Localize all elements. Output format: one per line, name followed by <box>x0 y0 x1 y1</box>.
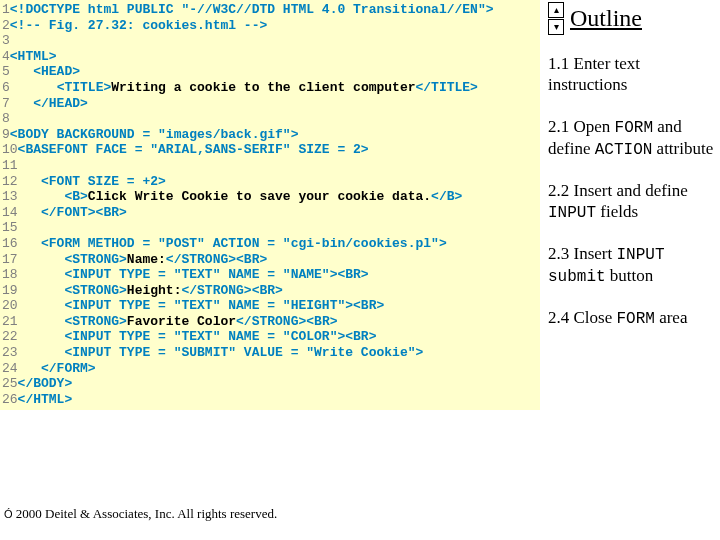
line-number: 16 <box>2 236 18 252</box>
code-token: </TITLE> <box>415 80 477 95</box>
copyright-symbol: Ó <box>4 508 13 520</box>
code-token: </HTML> <box>18 392 73 407</box>
line-number: 14 <box>2 205 18 221</box>
code-line: 16 <FORM METHOD = "POST" ACTION = "cgi-b… <box>2 236 540 252</box>
line-number: 12 <box>2 174 18 190</box>
outline-header: ▴ ▾ Outline <box>548 0 718 35</box>
outline-text: 2.1 Open <box>548 117 615 136</box>
outline-text: 1.1 Enter text instructions <box>548 54 640 94</box>
code-token: <!-- Fig. 27.32: cookies.html --> <box>10 18 267 33</box>
code-token: <INPUT TYPE = "TEXT" NAME = "NAME"><BR> <box>64 267 368 282</box>
code-line: 1<!DOCTYPE html PUBLIC "-//W3C//DTD HTML… <box>2 2 540 18</box>
code-token: <INPUT TYPE = "TEXT" NAME = "HEIGHT"><BR… <box>64 298 384 313</box>
outline-item: 1.1 Enter text instructions <box>548 53 718 96</box>
nav-down-icon[interactable]: ▾ <box>548 19 564 35</box>
code-token: </BODY> <box>18 376 73 391</box>
outline-keyword: INPUT <box>548 204 596 222</box>
line-number: 6 <box>2 80 10 96</box>
code-line: 2<!-- Fig. 27.32: cookies.html --> <box>2 18 540 34</box>
code-token: </STRONG><BR> <box>166 252 267 267</box>
line-number: 24 <box>2 361 18 377</box>
outline-item: 2.4 Close FORM area <box>548 307 718 329</box>
line-number: 1 <box>2 2 10 18</box>
code-token: <TITLE> <box>57 80 112 95</box>
code-token: <HEAD> <box>33 64 80 79</box>
code-line: 18 <INPUT TYPE = "TEXT" NAME = "NAME"><B… <box>2 267 540 283</box>
code-line: 25</BODY> <box>2 376 540 392</box>
outline-item: 2.1 Open FORM and define ACTION attribut… <box>548 116 718 160</box>
outline-title: Outline <box>570 5 642 32</box>
code-token: <STRONG> <box>64 314 126 329</box>
code-line: 3 <box>2 33 540 49</box>
code-token: <BODY BACKGROUND = "images/back.gif"> <box>10 127 299 142</box>
line-number: 22 <box>2 329 18 345</box>
outline-text: fields <box>596 202 638 221</box>
code-line: 24 </FORM> <box>2 361 540 377</box>
line-number: 17 <box>2 252 18 268</box>
outline-text: 2.3 Insert <box>548 244 616 263</box>
outline-text: 2.2 Insert and define <box>548 181 688 200</box>
outline-item: 2.2 Insert and define INPUT fields <box>548 180 718 223</box>
line-number: 15 <box>2 220 18 236</box>
code-token: </B> <box>431 189 462 204</box>
code-token: Name: <box>127 252 166 267</box>
code-line: 11 <box>2 158 540 174</box>
code-line: 17 <STRONG>Name:</STRONG><BR> <box>2 252 540 268</box>
line-number: 23 <box>2 345 18 361</box>
line-number: 5 <box>2 64 10 80</box>
code-line: 10<BASEFONT FACE = "ARIAL,SANS-SERIF" SI… <box>2 142 540 158</box>
outline-text: area <box>655 308 688 327</box>
line-number: 18 <box>2 267 18 283</box>
line-number: 3 <box>2 33 10 49</box>
code-listing: 1<!DOCTYPE html PUBLIC "-//W3C//DTD HTML… <box>0 0 540 410</box>
outline-keyword: FORM <box>616 310 654 328</box>
line-number: 4 <box>2 49 10 65</box>
nav-up-icon[interactable]: ▴ <box>548 2 564 18</box>
code-token: </HEAD> <box>33 96 88 111</box>
code-token: </STRONG><BR> <box>181 283 282 298</box>
code-token: <INPUT TYPE = "TEXT" NAME = "COLOR"><BR> <box>64 329 376 344</box>
line-number: 8 <box>2 111 10 127</box>
outline-panel: ▴ ▾ Outline 1.1 Enter text instructions2… <box>548 0 718 349</box>
line-number: 20 <box>2 298 18 314</box>
line-number: 11 <box>2 158 18 174</box>
code-line: 6 <TITLE>Writing a cookie to the client … <box>2 80 540 96</box>
copyright-text: 2000 Deitel & Associates, Inc. All right… <box>13 506 278 521</box>
code-line: 21 <STRONG>Favorite Color</STRONG><BR> <box>2 314 540 330</box>
line-number: 26 <box>2 392 18 408</box>
line-number: 25 <box>2 376 18 392</box>
line-number: 2 <box>2 18 10 34</box>
code-token: <STRONG> <box>64 252 126 267</box>
code-token: <BASEFONT FACE = "ARIAL,SANS-SERIF" SIZE… <box>18 142 369 157</box>
outline-text: button <box>606 266 654 285</box>
code-line: 20 <INPUT TYPE = "TEXT" NAME = "HEIGHT">… <box>2 298 540 314</box>
code-token: </FONT><BR> <box>41 205 127 220</box>
code-token: <B> <box>64 189 87 204</box>
code-token: Favorite Color <box>127 314 236 329</box>
code-token: </STRONG><BR> <box>236 314 337 329</box>
code-token: <!DOCTYPE html PUBLIC "-//W3C//DTD HTML … <box>10 2 494 17</box>
line-number: 21 <box>2 314 18 330</box>
code-line: 5 <HEAD> <box>2 64 540 80</box>
outline-text: 2.4 Close <box>548 308 616 327</box>
code-line: 22 <INPUT TYPE = "TEXT" NAME = "COLOR"><… <box>2 329 540 345</box>
code-token: Click Write Cookie to save your cookie d… <box>88 189 431 204</box>
code-line: 4<HTML> <box>2 49 540 65</box>
code-token: Writing a cookie to the client computer <box>111 80 415 95</box>
line-number: 7 <box>2 96 10 112</box>
code-token: <FORM METHOD = "POST" ACTION = "cgi-bin/… <box>41 236 447 251</box>
code-line: 12 <FONT SIZE = +2> <box>2 174 540 190</box>
code-line: 7 </HEAD> <box>2 96 540 112</box>
code-line: 13 <B>Click Write Cookie to save your co… <box>2 189 540 205</box>
code-line: 9<BODY BACKGROUND = "images/back.gif"> <box>2 127 540 143</box>
copyright-footer: Ó 2000 Deitel & Associates, Inc. All rig… <box>4 506 277 522</box>
code-token: <FONT SIZE = +2> <box>41 174 166 189</box>
code-token: <HTML> <box>10 49 57 64</box>
line-number: 13 <box>2 189 18 205</box>
outline-keyword: FORM <box>615 119 653 137</box>
line-number: 9 <box>2 127 10 143</box>
code-line: 8 <box>2 111 540 127</box>
code-token: </FORM> <box>41 361 96 376</box>
code-line: 19 <STRONG>Height:</STRONG><BR> <box>2 283 540 299</box>
outline-text: attribute <box>652 139 713 158</box>
